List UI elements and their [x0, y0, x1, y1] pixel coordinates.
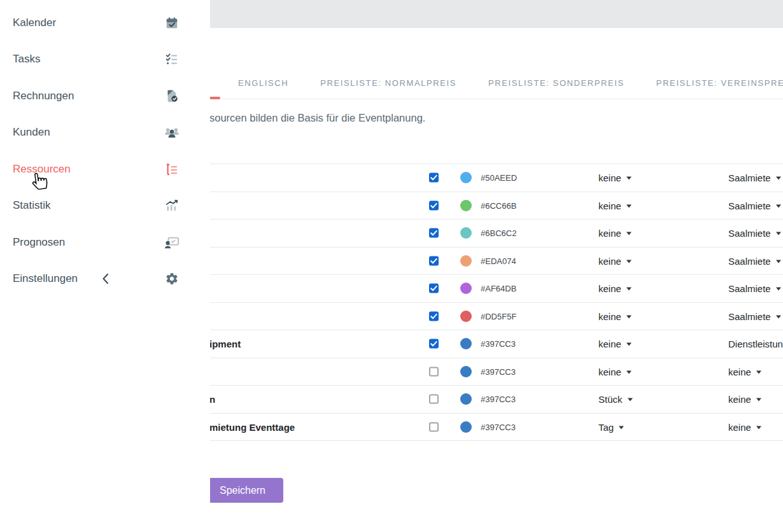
chevron-down-icon — [626, 260, 631, 263]
chevron-down-icon — [626, 315, 631, 318]
unit-dropdown[interactable]: keine — [598, 366, 631, 377]
category-dropdown[interactable]: Saalmiete — [728, 255, 781, 266]
resources-tree-icon — [164, 162, 180, 177]
sidebar-item-rechnungen[interactable]: Rechnungen — [0, 78, 210, 114]
category-dropdown-value: Saalmiete — [728, 283, 771, 294]
color-hex-label: #397CC3 — [481, 395, 516, 404]
sidebar-item-label: Statistik — [13, 199, 51, 212]
unit-dropdown[interactable]: Tag — [598, 421, 624, 432]
hand-cursor-icon — [31, 171, 49, 193]
category-dropdown[interactable]: Saalmiete — [728, 172, 781, 183]
unit-dropdown[interactable]: keine — [598, 339, 631, 349]
unit-dropdown[interactable]: keine — [598, 228, 631, 239]
chevron-down-icon — [776, 315, 781, 318]
category-dropdown[interactable]: keine — [728, 394, 761, 405]
sidebar-item-label: Prognosen — [13, 236, 65, 249]
calendar-check-icon — [164, 15, 180, 31]
active-checkbox[interactable] — [429, 422, 439, 431]
active-checkbox[interactable] — [429, 339, 439, 349]
unit-dropdown[interactable]: keine — [598, 283, 631, 294]
unit-dropdown[interactable]: keine — [598, 311, 631, 321]
unit-dropdown[interactable]: keine — [598, 255, 631, 266]
color-hex-label: #6BC6C2 — [481, 228, 516, 238]
color-dot[interactable] — [460, 283, 472, 294]
forecast-board-icon — [164, 235, 180, 250]
unit-dropdown-value: keine — [598, 255, 621, 266]
color-hex-label: #50AEED — [481, 173, 517, 183]
unit-dropdown[interactable]: keine — [598, 200, 631, 211]
chevron-left-icon — [102, 273, 109, 284]
sidebar-item-einstellungen[interactable]: Einstellungen — [0, 261, 210, 297]
chevron-down-icon — [626, 204, 631, 207]
active-checkbox[interactable] — [429, 256, 439, 265]
unit-dropdown[interactable]: keine — [598, 172, 631, 183]
unit-dropdown-value: keine — [598, 283, 621, 294]
tab-preisliste-normalpreis[interactable]: PREISLISTE: NORMALPREIS — [320, 68, 456, 99]
category-dropdown-value: keine — [728, 421, 751, 432]
chevron-down-icon — [628, 398, 633, 402]
color-dot[interactable] — [460, 421, 472, 433]
active-checkbox[interactable] — [429, 173, 439, 183]
category-dropdown[interactable]: Saalmiete — [728, 283, 781, 294]
color-dot[interactable] — [460, 227, 472, 239]
sidebar-item-tasks[interactable]: Tasks — [0, 41, 210, 77]
unit-dropdown-value: Tag — [598, 421, 614, 432]
checkmark-icon — [429, 256, 439, 265]
resource-name: ipment — [209, 339, 241, 349]
active-checkbox[interactable] — [429, 367, 439, 376]
color-hex-label: #397CC3 — [481, 367, 516, 376]
color-dot[interactable] — [460, 200, 472, 211]
checkmark-icon — [429, 284, 439, 293]
chevron-down-icon — [626, 177, 631, 180]
unit-dropdown-value: Stück — [598, 394, 623, 405]
active-checkbox[interactable] — [429, 311, 439, 321]
category-dropdown[interactable]: Saalmiete — [728, 228, 781, 239]
category-dropdown-value: keine — [728, 366, 751, 377]
category-dropdown-value: Saalmiete — [728, 200, 771, 211]
color-hex-label: #AF64DB — [481, 284, 516, 293]
unit-dropdown-value: keine — [598, 366, 621, 377]
chevron-down-icon — [776, 204, 781, 207]
color-dot[interactable] — [460, 393, 472, 405]
active-checkbox[interactable] — [429, 200, 439, 210]
sidebar: Kalender Tasks Rechnungen — [0, 0, 210, 532]
category-dropdown-value: Saalmiete — [728, 172, 771, 183]
sidebar-item-prognosen[interactable]: Prognosen — [0, 225, 210, 260]
tab-preisliste-sonderpreis[interactable]: PREISLISTE: SONDERPREIS — [488, 68, 624, 99]
chevron-down-icon — [626, 232, 631, 235]
color-dot[interactable] — [460, 366, 472, 377]
color-hex-label: #6CC66B — [481, 200, 516, 210]
color-dot[interactable] — [460, 172, 472, 183]
color-hex-label: #397CC3 — [481, 339, 516, 349]
category-dropdown[interactable]: keine — [728, 366, 761, 377]
category-dropdown[interactable]: keine — [728, 421, 761, 432]
sidebar-item-kalender[interactable]: Kalender — [0, 5, 210, 41]
unit-dropdown-value: keine — [598, 311, 621, 321]
unit-dropdown-value: keine — [598, 339, 621, 349]
category-dropdown-value: keine — [728, 394, 751, 405]
tab-englisch[interactable]: ENGLISCH — [238, 68, 288, 99]
chevron-down-icon — [756, 370, 761, 374]
color-dot[interactable] — [460, 311, 472, 322]
chevron-down-icon — [626, 370, 631, 374]
color-dot[interactable] — [460, 255, 472, 267]
category-dropdown[interactable]: Saalmiete — [728, 311, 781, 321]
chevron-down-icon — [776, 260, 781, 263]
sidebar-item-kunden[interactable]: Kunden — [0, 115, 210, 150]
active-checkbox[interactable] — [429, 284, 439, 293]
save-button[interactable]: Speichern — [202, 478, 283, 503]
category-dropdown-value: Saalmiete — [728, 311, 771, 321]
tab-preisliste-vereinspreis[interactable]: PREISLISTE: VEREINSPREIS — [656, 68, 783, 99]
sidebar-item-statistik[interactable]: Statistik — [0, 188, 210, 223]
active-checkbox[interactable] — [429, 228, 439, 238]
active-checkbox[interactable] — [429, 395, 439, 404]
intro-text: sourcen bilden die Basis für die Eventpl… — [209, 112, 425, 124]
color-dot[interactable] — [460, 338, 472, 349]
sidebar-item-label: Tasks — [13, 53, 40, 66]
color-hex-label: #DD5F5F — [481, 311, 516, 321]
unit-dropdown[interactable]: Stück — [598, 394, 633, 405]
category-dropdown[interactable]: Saalmiete — [728, 200, 781, 211]
task-list-icon — [164, 52, 180, 67]
category-dropdown[interactable]: Dienstleistung — [728, 339, 783, 349]
resource-name: mietung Eventtage — [209, 421, 295, 432]
